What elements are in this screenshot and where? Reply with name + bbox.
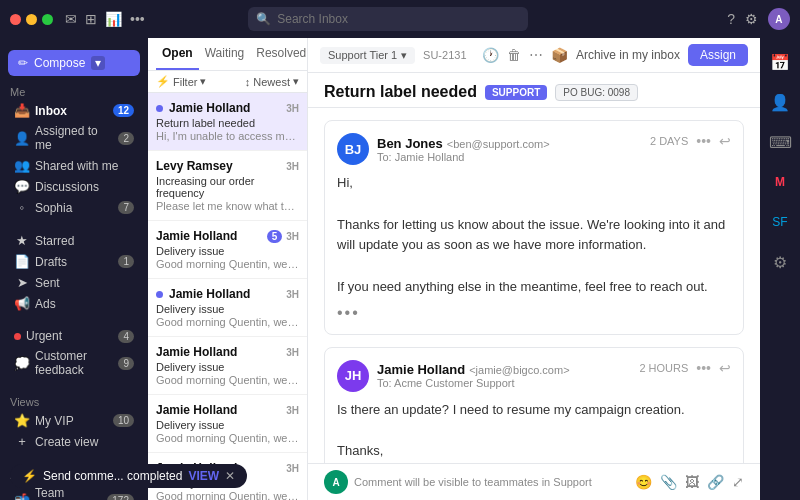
tab-resolved[interactable]: Resolved xyxy=(250,38,312,70)
list-item[interactable]: Jamie Holland 3H Delivery issue Good mor… xyxy=(148,337,307,395)
tab-waiting[interactable]: Waiting xyxy=(199,38,251,70)
sort-label: Newest xyxy=(253,76,290,88)
contacts-icon[interactable]: 👤 xyxy=(764,86,796,118)
plus-icon: + xyxy=(14,434,30,449)
email-subject: Delivery issue xyxy=(156,361,299,373)
list-item[interactable]: Jamie Holland 3H Delivery issue Good mor… xyxy=(148,279,307,337)
pill-close-button[interactable]: ✕ xyxy=(225,469,235,483)
link-icon[interactable]: 🔗 xyxy=(707,474,724,490)
views-header[interactable]: Views xyxy=(0,392,148,410)
compose-button[interactable]: ✏ Compose ▾ xyxy=(8,50,140,76)
search-bar[interactable]: 🔍 xyxy=(248,7,528,31)
pill-view[interactable]: VIEW xyxy=(188,469,219,483)
assign-button[interactable]: Assign xyxy=(688,44,748,66)
sidebar-item-sophia[interactable]: ◦ Sophia 7 xyxy=(4,197,144,218)
window-controls xyxy=(10,14,53,25)
more-icon[interactable]: ••• xyxy=(130,11,145,27)
msg-sender-details: Ben Jones <ben@support.com> To: Jamie Ho… xyxy=(377,136,550,163)
sidebar-item-vip[interactable]: ⭐ My VIP 10 xyxy=(4,410,144,431)
sidebar-item-assigned[interactable]: 👤 Assigned to me 2 xyxy=(4,121,144,155)
more-options-icon[interactable]: ⋯ xyxy=(529,47,543,63)
settings-icon[interactable]: ⚙ xyxy=(745,11,758,27)
urgent-label: Urgent xyxy=(26,329,113,343)
sidebar-item-drafts[interactable]: 📄 Drafts 1 xyxy=(4,251,144,272)
list-item[interactable]: Jamie Holland 3H Return label needed Hi,… xyxy=(148,93,307,151)
feedback-badge: 9 xyxy=(118,357,134,370)
filter-label: Filter xyxy=(173,76,197,88)
sidebar-item-discussions[interactable]: 💬 Discussions xyxy=(4,176,144,197)
main-content: Support Tier 1 ▾ SU-2131 🕐 🗑 ⋯ 📦 Archive… xyxy=(308,38,760,500)
support-tier-badge[interactable]: Support Tier 1 ▾ xyxy=(320,47,415,64)
email-tabs: Open Waiting Resolved Trash Spam xyxy=(148,38,307,71)
shortcuts-icon[interactable]: ⌨ xyxy=(764,126,796,158)
calendar-icon[interactable]: 📅 xyxy=(764,46,796,78)
sidebar-item-urgent[interactable]: Urgent 4 xyxy=(4,326,144,346)
maximize-window-btn[interactable] xyxy=(42,14,53,25)
filter-button[interactable]: ⚡ Filter ▾ xyxy=(156,75,206,88)
attachment-icon[interactable]: 📎 xyxy=(660,474,677,490)
close-window-btn[interactable] xyxy=(10,14,21,25)
list-item[interactable]: Jamie Holland 5 3H Delivery issue Good m… xyxy=(148,221,307,279)
image-icon[interactable]: 🖼 xyxy=(685,474,699,490)
support-tag-badge: SUPPORT xyxy=(485,85,547,100)
email-subject: Delivery issue xyxy=(156,303,299,315)
reply-icon[interactable]: ↩ xyxy=(719,133,731,149)
salesforce-icon[interactable]: SF xyxy=(764,206,796,238)
user-avatar[interactable]: A xyxy=(768,8,790,30)
tier-label: Support Tier 1 xyxy=(328,49,397,61)
list-item[interactable]: Jamie Holland 3H Delivery issue Good mor… xyxy=(148,395,307,453)
unread-dot xyxy=(156,105,163,112)
search-input[interactable] xyxy=(277,12,520,26)
sidebar-item-shared[interactable]: 👥 Shared with me xyxy=(4,155,144,176)
archive-icon[interactable]: 📦 xyxy=(551,47,568,63)
help-icon[interactable]: ? xyxy=(727,11,735,27)
sidebar-item-inbox[interactable]: 📥 Inbox 12 xyxy=(4,100,144,121)
msg-sender-name: Jamie Holland xyxy=(377,362,465,377)
trash-icon[interactable]: 🗑 xyxy=(507,47,521,63)
sidebar-item-feedback[interactable]: 💭 Customer feedback 9 xyxy=(4,346,144,380)
manage-icon[interactable]: ⚙ xyxy=(764,246,796,278)
comment-footer: A Comment will be visible to teammates i… xyxy=(308,463,760,500)
email-subject: Delivery issue xyxy=(156,245,299,257)
emoji-icon[interactable]: 😊 xyxy=(635,474,652,490)
drafts-label: Drafts xyxy=(35,255,113,269)
more-icon[interactable]: ••• xyxy=(696,360,711,376)
comment-visible-text: Comment will be visible to teammates in … xyxy=(354,476,592,488)
sidebar-item-create-view[interactable]: + Create view xyxy=(4,431,144,452)
msg-sender-info: JH Jamie Holland <jamie@bigco.com> To: A… xyxy=(337,360,570,392)
reply-icon[interactable]: ↩ xyxy=(719,360,731,376)
tier-chevron: ▾ xyxy=(401,49,407,62)
grid-icon[interactable]: ⊞ xyxy=(85,11,97,27)
email-list-toolbar: ⚡ Filter ▾ ↕ Newest ▾ xyxy=(148,71,307,93)
sidebar-item-starred[interactable]: ★ Starred xyxy=(4,230,144,251)
footer-icons: 😊 📎 🖼 🔗 ⤢ xyxy=(635,474,744,490)
more-icon[interactable]: ••• xyxy=(696,133,711,149)
sidebar-item-sent[interactable]: ➤ Sent xyxy=(4,272,144,293)
email-sender: Jamie Holland 3H xyxy=(156,345,299,359)
tab-open[interactable]: Open xyxy=(156,38,199,70)
email-sender: Levy Ramsey 3H xyxy=(156,159,299,173)
messages-area: BJ Ben Jones <ben@support.com> To: Jamie… xyxy=(308,108,760,463)
mail-icon[interactable]: ✉ xyxy=(65,11,77,27)
team-label: Team inboxes xyxy=(35,486,102,500)
sidebar-item-ads[interactable]: 📢 Ads xyxy=(4,293,144,314)
clock-icon[interactable]: 🕐 xyxy=(482,47,499,63)
expand-icon[interactable]: ⤢ xyxy=(732,474,744,490)
email-list-panel: Open Waiting Resolved Trash Spam ⚡ Filte… xyxy=(148,38,308,500)
email-subject: Delivery issue xyxy=(156,419,299,431)
sort-button[interactable]: ↕ Newest ▾ xyxy=(245,75,299,88)
minimize-window-btn[interactable] xyxy=(26,14,37,25)
list-item[interactable]: Levy Ramsey 3H Increasing our order freq… xyxy=(148,151,307,221)
me-header[interactable]: Me xyxy=(0,82,148,100)
right-sidebar: 📅 👤 ⌨ M SF ⚙ xyxy=(760,38,800,500)
msg-meta: 2 DAYS ••• ↩ xyxy=(650,133,731,149)
sophia-icon: ◦ xyxy=(14,200,30,215)
starred-section: ★ Starred 📄 Drafts 1 ➤ Sent 📢 Ads xyxy=(0,230,148,314)
email-subject-bar: Return label needed SUPPORT PO BUG: 0098 xyxy=(308,73,760,108)
compose-chevron[interactable]: ▾ xyxy=(91,56,105,70)
chart-icon[interactable]: 📊 xyxy=(105,11,122,27)
monday-icon[interactable]: M xyxy=(764,166,796,198)
message-card: BJ Ben Jones <ben@support.com> To: Jamie… xyxy=(324,120,744,335)
views-section: Views ⭐ My VIP 10 + Create view xyxy=(0,392,148,452)
email-preview: Good morning Quentin, we want... xyxy=(156,374,299,386)
